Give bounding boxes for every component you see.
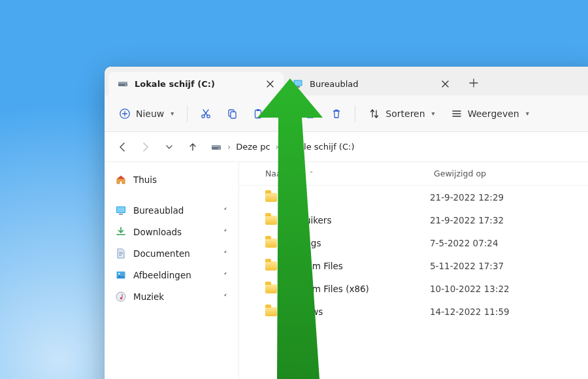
svg-rect-12 [257,109,259,111]
folder-icon [265,284,277,293]
svg-rect-16 [212,145,221,147]
music-icon [115,291,127,303]
recent-locations-button[interactable] [158,136,180,158]
breadcrumb[interactable]: › Deze pc › Lokale schijf (C:) [210,141,354,153]
column-header-label: Gewijzigd op [434,169,486,178]
file-modified: 21-9-2022 12:29 [430,192,561,203]
sidebar-item-label: Thuis [133,174,157,185]
svg-rect-13 [280,111,288,116]
home-icon [115,174,127,186]
folder-icon [265,216,277,225]
drive-icon [118,78,128,89]
folder-icon [265,193,277,202]
pictures-icon [115,269,127,281]
up-button[interactable] [182,136,204,158]
file-name: Program Files [284,261,343,271]
tab-label: Lokale schijf (C:) [135,79,256,89]
svg-rect-5 [296,86,300,88]
file-list-pane: Naam ⌃ Gewijzigd op boot 21-9-2022 12:29… [239,162,588,379]
back-button[interactable] [111,136,133,158]
delete-button[interactable] [325,102,348,125]
pin-icon [221,206,228,214]
table-row[interactable]: PerfLogs 7-5-2022 07:24 [239,231,588,254]
plus-circle-icon [119,108,131,120]
sort-icon [368,108,380,120]
forward-button[interactable] [135,136,157,158]
pin-icon [221,228,228,235]
file-name: boot [284,192,303,203]
rename-button[interactable] [272,102,296,125]
view-button-label: Weergeven [468,108,519,119]
sidebar-item-label: Afbeeldingen [133,270,191,280]
pin-icon [221,250,228,257]
svg-rect-11 [255,110,261,118]
column-header-modified[interactable]: Gewijzigd op [434,169,564,178]
file-modified: 7-5-2022 07:24 [430,238,561,248]
file-modified: 10-10-2022 13:22 [430,284,561,294]
sort-button[interactable]: Sorteren ▾ [362,102,441,125]
sidebar-item-pictures[interactable]: Afbeeldingen [108,264,235,286]
sidebar-item-desktop[interactable]: Bureaublad [108,199,235,221]
navigation-pane: Thuis Bureaublad Downloads [105,162,239,379]
file-explorer-window: Lokale schijf (C:) Bureaublad Nieuw ▾ [105,67,588,379]
new-tab-button[interactable] [463,72,485,94]
desktop-icon [115,205,127,216]
tab-desktop[interactable]: Bureaublad [284,72,459,95]
command-bar: Nieuw ▾ Sorteren ▾ [105,95,588,132]
pin-icon [221,271,228,278]
view-button[interactable]: Weergeven ▾ [444,102,536,125]
separator [355,105,355,122]
drive-icon [210,141,222,153]
svg-point-24 [120,297,123,299]
file-modified: 14-12-2022 11:59 [430,306,561,317]
tab-close-button[interactable] [263,76,277,91]
breadcrumb-root[interactable]: Deze pc [236,142,270,152]
folder-icon [265,307,277,316]
tab-label: Bureaublad [310,79,431,89]
pin-icon [221,293,228,300]
table-row[interactable]: Program Files 5-11-2022 17:37 [239,254,588,277]
sidebar-item-home[interactable]: Thuis [108,169,235,190]
table-row[interactable]: boot 21-9-2022 12:29 [239,186,588,208]
navigation-bar: › Deze pc › Lokale schijf (C:) [105,132,588,162]
sidebar-item-documents[interactable]: Documenten [108,242,235,264]
new-button-label: Nieuw [136,108,164,119]
svg-point-2 [125,84,127,86]
document-icon [115,248,127,259]
sidebar-item-label: Documenten [133,248,190,259]
file-rows: boot 21-9-2022 12:29 Gebruikers 21-9-202… [239,186,588,379]
svg-rect-20 [119,214,123,215]
sidebar-item-music[interactable]: Muziek [108,286,235,307]
new-button[interactable]: Nieuw ▾ [112,102,180,125]
folder-icon [265,239,277,248]
tab-strip: Lokale schijf (C:) Bureaublad [105,67,588,95]
column-header-name[interactable]: Naam ⌃ [265,169,430,178]
share-button[interactable] [299,102,322,125]
file-name: Gebruikers [284,215,331,225]
explorer-body: Thuis Bureaublad Downloads [105,162,588,379]
table-row[interactable]: Windows 14-12-2022 11:59 [239,300,588,323]
svg-rect-4 [295,81,302,86]
cut-button[interactable] [194,102,218,125]
desktop-icon [293,78,303,89]
table-row[interactable]: Gebruikers 21-9-2022 17:32 [239,208,588,231]
breadcrumb-item[interactable]: Lokale schijf (C:) [284,142,355,152]
sort-button-label: Sorteren [385,108,425,119]
paste-button[interactable] [246,102,270,125]
sidebar-item-downloads[interactable]: Downloads [108,221,235,242]
table-row[interactable]: Program Files (x86) 10-10-2022 13:22 [239,277,588,300]
svg-rect-10 [231,112,236,118]
folder-icon [265,261,277,271]
view-icon [451,108,463,120]
tab-local-disk[interactable]: Lokale schijf (C:) [108,72,284,95]
sidebar-item-label: Downloads [133,227,182,237]
file-name: Program Files (x86) [284,284,369,294]
tab-close-button[interactable] [438,76,452,91]
file-modified: 5-11-2022 17:37 [430,261,561,271]
copy-button[interactable] [220,102,244,125]
chevron-down-icon: ▾ [526,110,529,117]
chevron-right-icon: › [227,142,231,152]
svg-rect-19 [117,207,125,212]
file-modified: 21-9-2022 17:32 [430,215,561,225]
separator [187,105,188,122]
